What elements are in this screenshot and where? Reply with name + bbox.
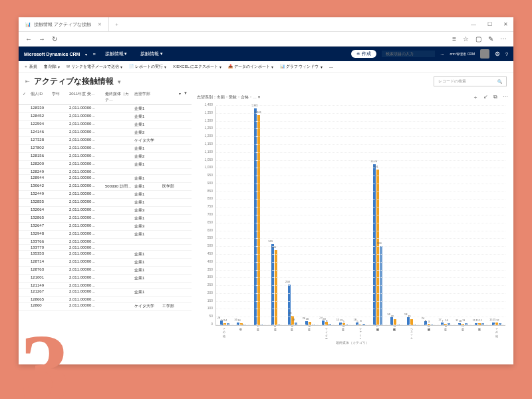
chart-toggle-button[interactable]: 📊 グラフ ウィンドウ ▾ [280, 64, 322, 70]
close-button[interactable]: ✕ [497, 21, 513, 27]
table-row[interactable]: 1337662,011.00000… [19, 239, 192, 245]
table-row[interactable]: 1329482,011.00000…企業1 [19, 231, 192, 239]
tab-icon: 📊 [25, 22, 31, 27]
col-year[interactable]: 学年 [51, 91, 68, 103]
chart-expand-icon[interactable]: ⧉ [493, 94, 497, 101]
x-tick-label: ファミリー [358, 326, 362, 339]
x-tick-label: 企業1 [257, 326, 260, 339]
x-tick-label: 企業2 [273, 326, 277, 339]
table-row[interactable]: 1284522,011.00000…企業1 [19, 113, 192, 121]
table-row[interactable]: 1287632,011.00000…企業1 [19, 267, 192, 275]
chart-pane: 志望系別：出願・受験・合格・… ▾ ＋ ↙ ⧉ ⋯ 05010015020025… [192, 90, 513, 369]
x-tick-label: 不明媒体2 [393, 326, 396, 339]
col-media[interactable]: 最終媒体（カテ… [104, 91, 133, 103]
avatar[interactable] [480, 49, 489, 59]
run-report-button[interactable]: 📄 レポートの実行 ▾ [129, 64, 166, 70]
col-id[interactable]: 個人ID [29, 91, 51, 103]
table-row[interactable]: 1283392,011.00000…企業1 [19, 105, 192, 113]
search-go-icon[interactable]: → [440, 52, 445, 57]
chart-title[interactable]: 志望系別：出願・受験・合格・… ▾ [197, 94, 260, 100]
collapse-icon[interactable]: ⇤ [25, 78, 30, 84]
table-row[interactable]: 1328552,011.00000…企業1 [19, 199, 192, 207]
table-row[interactable]: 1281562,011.00000…企業2 [19, 153, 192, 161]
table-row[interactable]: 1306422,011.00000…500330 訪問…企業1医学部 [19, 183, 192, 191]
x-tick-label: 大学院 [478, 326, 481, 339]
nav-contacts[interactable]: 接触情報 ▾ [101, 49, 132, 59]
chart-refresh-icon[interactable]: ↙ [483, 94, 488, 101]
header-search-input[interactable] [382, 51, 435, 57]
back-button[interactable]: ← [25, 35, 32, 43]
chart-add-icon[interactable]: ＋ [473, 94, 478, 101]
star-icon[interactable]: ☆ [463, 35, 469, 43]
x-tick-label: その他 [222, 326, 225, 339]
bar-group[interactable]: 519481 [271, 244, 281, 325]
delete-button[interactable]: 🗑 削除 ▾ [44, 64, 61, 70]
table-row[interactable]: 128602,011.00000…ケイタ大学工学部 [19, 303, 192, 311]
crm-header: Microsoft Dynamics CRM ▾ ≡ 接触情報 ▾ 接触情報 ▾… [19, 47, 513, 61]
table-row[interactable]: 1241462,011.00000…企業2 [19, 129, 192, 137]
table-row[interactable]: 1324492,011.00000…企業1 [19, 191, 192, 199]
command-bar: ＋ 新規 🗑 削除 ▾ ✉ リンクを電子メールで送信 ▾ 📄 レポートの実行 ▾… [19, 61, 513, 73]
overlay-number: 3 [20, 319, 70, 399]
record-search-input[interactable]: レコードの検索🔍 [434, 76, 507, 86]
table-row[interactable]: 1353532,011.00000…企業1 [19, 251, 192, 259]
hub-icon[interactable]: ≡ [452, 35, 456, 43]
minimize-button[interactable]: — [466, 21, 481, 27]
table-row[interactable]: 1326472,011.00000…企業3 [19, 223, 192, 231]
x-tick-label: 学生 [239, 326, 243, 339]
browser-window: 📊 接触情報 アクティブな接触 ✕ ＋ — ☐ ✕ ← → ↻ ≡ ☆ ▢ ✎ … [19, 17, 513, 364]
table-row[interactable]: 1282002,011.00000…企業1 [19, 161, 192, 169]
menu-icon[interactable]: ≡ [92, 52, 95, 57]
help-icon[interactable]: ? [505, 52, 508, 57]
table-row[interactable]: 1212672,011.00000…企業1 [19, 289, 192, 297]
table-row[interactable]: 1337702,011.00000… [19, 245, 192, 251]
crm-logo[interactable]: Microsoft Dynamics CRM [24, 52, 80, 57]
close-tab-icon[interactable]: ✕ [98, 22, 102, 27]
x-tick-label: 不明媒体1 [376, 326, 379, 339]
table-row[interactable]: 1278022,011.00000…企業1 [19, 145, 192, 153]
new-tab-button[interactable]: ＋ [109, 21, 124, 28]
maximize-button[interactable]: ☐ [481, 21, 497, 27]
page-title: アクティブな接触情報 [34, 76, 114, 87]
column-dropdown-icon[interactable]: ▾ [179, 91, 181, 103]
table-row[interactable]: 1286652,011.00000… [19, 297, 192, 303]
table-row[interactable]: 1225942,011.00000…企業1 [19, 121, 192, 129]
view-dropdown-icon[interactable]: ▾ [118, 78, 121, 85]
chart-x-label: 最終媒体（カテゴリ） [197, 340, 508, 344]
col-dept[interactable]: 志望学部 [133, 91, 161, 103]
excel-export-button[interactable]: Ⅹ EXCEL にエクスポート ▾ [173, 64, 222, 70]
browser-tab[interactable]: 📊 接触情報 アクティブな接触 ✕ [19, 17, 109, 32]
chart-more-icon[interactable]: ⋯ [503, 94, 508, 101]
filter-icon[interactable]: ▼ [184, 91, 188, 103]
address-bar: ← → ↻ ≡ ☆ ▢ ✎ ⋯ [19, 32, 513, 47]
bar-group[interactable]: 2585818 [288, 285, 297, 325]
edit-icon[interactable]: ✎ [488, 35, 493, 43]
table-row[interactable]: 1289442,011.00000…企業1 [19, 175, 192, 183]
select-all-checkbox[interactable]: ✓ [21, 91, 29, 103]
more-icon[interactable]: ⋯ [500, 35, 507, 43]
nav-contacts-sub[interactable]: 接触情報 ▾ [136, 49, 167, 59]
logo-dropdown-icon[interactable]: ▾ [85, 52, 87, 57]
x-tick-label: 企業6 [444, 326, 448, 339]
table-row[interactable]: 1287142,011.00000…企業1 [19, 259, 192, 267]
gear-icon[interactable]: ⚙ [495, 51, 500, 57]
table-row[interactable]: 1273282,011.00000…ケイタ大学 [19, 137, 192, 145]
x-tick-label: 企業5 [342, 326, 345, 339]
x-tick-label: ケイタ大学 [325, 326, 328, 339]
table-row[interactable]: 1328652,011.00000…企業1 [19, 215, 192, 223]
import-button[interactable]: 📥 データのインポート ▾ [228, 64, 273, 70]
user-label[interactable]: crm 管理者 CRM [450, 53, 475, 56]
email-link-button[interactable]: ✉ リンクを電子メールで送信 ▾ [66, 64, 122, 70]
more-commands-icon[interactable]: ⋯ [329, 65, 333, 69]
table-row[interactable]: 1282492,011.00000… [19, 169, 192, 175]
reading-icon[interactable]: ▢ [475, 35, 481, 43]
reload-button[interactable]: ↻ [52, 35, 57, 43]
table-row[interactable]: 1210012,011.00000…企業1 [19, 275, 192, 283]
create-button[interactable]: ⊕ 作成 [351, 50, 376, 58]
forward-button[interactable]: → [39, 35, 45, 43]
table-row[interactable]: 1320642,011.00000…企業3 [19, 207, 192, 215]
search-icon: 🔍 [497, 79, 502, 84]
table-row[interactable]: 1211492,011.00000… [19, 283, 192, 289]
new-button[interactable]: ＋ 新規 [24, 64, 37, 70]
col-2011[interactable]: 2011年度 受… [68, 91, 104, 103]
